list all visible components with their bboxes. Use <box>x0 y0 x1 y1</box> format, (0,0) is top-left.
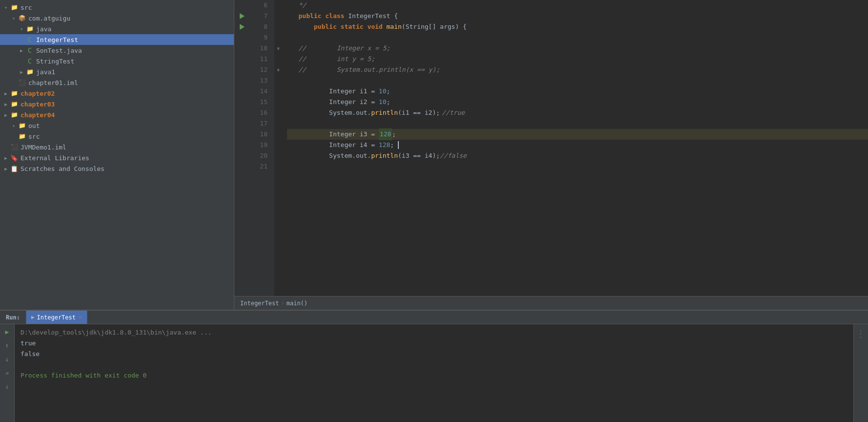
bottom-panel: Run: ▶ IntegerTest ✕ ▶ ↑ ↓ ⇌ ⇓ D:\develo… <box>0 310 868 422</box>
run-gutter-cell-16 <box>234 107 250 118</box>
run-output-false: false <box>21 349 847 359</box>
tree-item-jvmdemo-iml[interactable]: ⬛ JVMDemo1.iml <box>0 142 234 152</box>
run-gutter-cell-10 <box>234 43 250 54</box>
code-line-10: // Integer x = 5; <box>287 43 868 54</box>
run-gutter-cell-14 <box>234 86 250 97</box>
tree-label-out: out <box>28 122 40 129</box>
run-gutter-cell-8[interactable] <box>234 21 250 32</box>
tree-item-java1[interactable]: ▶ 📁 java1 <box>0 66 234 77</box>
run-gutter <box>234 0 250 296</box>
tree-item-com-atguigu[interactable]: ▾ 📦 com.atguigu <box>0 13 234 23</box>
tree-item-chapter02[interactable]: ▶ 📁 chapter02 <box>0 88 234 99</box>
java-icon-son-test: C <box>25 46 34 55</box>
code-area[interactable]: */ public class IntegerTest { public sta… <box>282 0 868 296</box>
tree-label-src2: src <box>28 133 40 140</box>
lib-icon-external: 🔖 <box>10 153 19 162</box>
code-line-18: Integer i3 = 128; <box>287 129 868 140</box>
expand-arrow-chapter02: ▶ <box>2 91 10 96</box>
tree-item-java[interactable]: ▾ 📁 java <box>0 23 234 34</box>
tree-item-out[interactable]: ▾ 📁 out <box>0 120 234 131</box>
tree-label-java: java <box>36 25 51 33</box>
tree-label-chapter01-iml: chapter01.iml <box>28 79 78 86</box>
folder-icon-chapter02: 📁 <box>10 89 19 98</box>
code-line-16: System.out.println(i1 == i2);//true <box>287 107 868 118</box>
folder-icon-chapter03: 📁 <box>10 100 19 108</box>
tree-item-son-test[interactable]: ▶ C SonTest.java <box>0 45 234 56</box>
tree-item-integer-test[interactable]: C IntegerTest <box>0 34 234 45</box>
run-tab-label: IntegerTest <box>37 314 76 321</box>
code-line-14: Integer i1 = 10; <box>287 86 868 97</box>
fold-10[interactable]: ▼ <box>274 43 282 54</box>
folder-icon-src2: 📁 <box>18 132 26 141</box>
run-gutter-cell-15 <box>234 97 250 107</box>
tree-label-chapter02: chapter02 <box>21 90 55 97</box>
fold-gutter: ▼ ▼ <box>274 0 282 296</box>
folder-icon-java: 📁 <box>25 24 34 33</box>
run-stop-button[interactable]: ↑ <box>2 340 13 351</box>
text-cursor <box>398 141 399 149</box>
tree-label-string-test: StringTest <box>36 58 74 65</box>
run-output-empty <box>21 359 847 370</box>
code-line-15: Integer i2 = 10; <box>287 97 868 107</box>
tree-label-integer-test: IntegerTest <box>36 36 78 43</box>
code-line-13 <box>287 75 868 86</box>
tree-item-chapter01-iml[interactable]: ⬛ chapter01.iml <box>0 77 234 88</box>
run-gutter-cell-21 <box>234 161 250 172</box>
run-arrow-8[interactable] <box>240 24 245 30</box>
tree-item-src[interactable]: ▾ 📁 src <box>0 2 234 13</box>
folder-icon-out: 📁 <box>18 121 26 130</box>
run-gutter-cell-18 <box>234 129 250 140</box>
tree-item-chapter04[interactable]: ▶ 📁 chapter04 <box>0 109 234 120</box>
run-label: Run: <box>0 311 26 324</box>
expand-arrow-son-test: ▶ <box>18 48 25 53</box>
run-tab-integer-test[interactable]: ▶ IntegerTest ✕ <box>26 311 87 324</box>
run-output-process: Process finished with exit code 0 <box>21 370 847 381</box>
tree-item-src2[interactable]: 📁 src <box>0 131 234 142</box>
run-gutter-cell-13 <box>234 75 250 86</box>
run-gutter-cell-7[interactable] <box>234 11 250 21</box>
tree-label-com-atguigu: com.atguigu <box>28 15 70 22</box>
run-output-cmd: D:\develop_tools\jdk\jdk1.8.0_131\bin\ja… <box>21 327 847 338</box>
run-gutter-cell-6 <box>234 0 250 11</box>
run-output-true: true <box>21 338 847 349</box>
run-right-sidebar: ··· <box>853 324 868 422</box>
run-tab-icon: ▶ <box>31 314 35 320</box>
tree-label-son-test: SonTest.java <box>36 47 82 54</box>
run-panel: ▶ ↑ ↓ ⇌ ⇓ D:\develop_tools\jdk\jdk1.8.0_… <box>0 324 868 422</box>
tree-label-scratches: Scratches and Consoles <box>21 165 104 172</box>
code-line-7: public class IntegerTest { <box>287 11 868 21</box>
expand-arrow-java: ▾ <box>18 26 25 32</box>
tree-label-jvmdemo-iml: JVMDemo1.iml <box>21 144 66 151</box>
code-line-20: System.out.println(i3 == i4);//false <box>287 150 868 161</box>
fold-12[interactable]: ▼ <box>274 64 282 75</box>
code-line-8: public static void main(String[] args) { <box>287 21 868 32</box>
expand-arrow-chapter03: ▶ <box>2 102 10 107</box>
tree-item-external-libraries[interactable]: ▶ 🔖 External Libraries <box>0 152 234 163</box>
run-tab-close[interactable]: ✕ <box>79 314 82 320</box>
tree-item-chapter03[interactable]: ▶ 📁 chapter03 <box>0 99 234 109</box>
breadcrumb-method: main() <box>287 300 308 307</box>
breadcrumb-separator: › <box>281 300 284 307</box>
tree-label-src: src <box>21 4 32 11</box>
expand-arrow-java1: ▶ <box>18 69 25 75</box>
run-tab-bar: Run: ▶ IntegerTest ✕ <box>0 311 868 324</box>
breadcrumb-class: IntegerTest <box>240 300 279 307</box>
expand-dots[interactable]: ··· <box>858 326 864 342</box>
run-arrow-7[interactable] <box>240 13 245 19</box>
run-settings-button[interactable]: ⇓ <box>2 381 13 392</box>
folder-icon-java1: 📁 <box>25 67 34 76</box>
run-gutter-cell-11 <box>234 54 250 64</box>
run-gutter-cell-17 <box>234 118 250 129</box>
run-gutter-cell-9 <box>234 32 250 43</box>
run-gutter-cell-12 <box>234 64 250 75</box>
run-play-button[interactable]: ▶ <box>2 326 13 337</box>
code-line-11: // int y = 5; <box>287 54 868 64</box>
folder-icon-chapter04: 📁 <box>10 110 19 119</box>
run-scroll-end-button[interactable]: ⇌ <box>2 367 13 378</box>
tree-item-string-test[interactable]: C StringTest <box>0 56 234 66</box>
run-rerun-button[interactable]: ↓ <box>2 354 13 364</box>
run-panel-sidebar: ▶ ↑ ↓ ⇌ ⇓ <box>0 324 15 422</box>
code-line-9 <box>287 32 868 43</box>
tree-label-chapter04: chapter04 <box>21 111 55 119</box>
tree-item-scratches[interactable]: ▶ 📋 Scratches and Consoles <box>0 163 234 174</box>
